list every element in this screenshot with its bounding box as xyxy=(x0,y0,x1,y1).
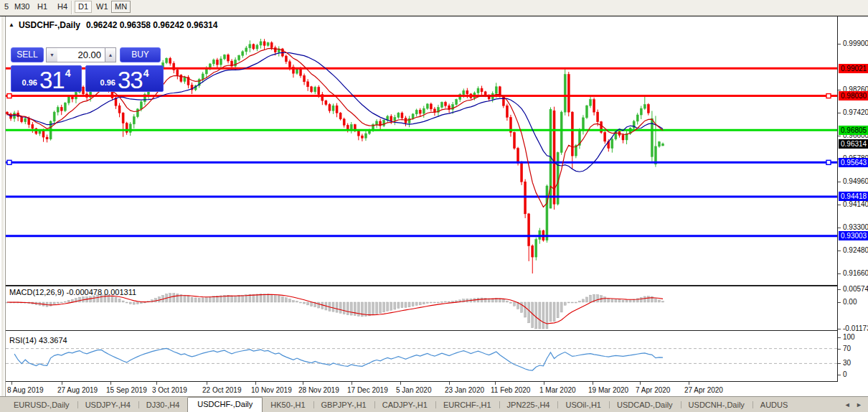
rsi-axis-30: 30 xyxy=(843,359,851,367)
line-price-label-0.98030: 0.98030 xyxy=(839,91,868,100)
candle xyxy=(311,86,313,93)
tab-usdcad-daily[interactable]: USDCAD-,Daily xyxy=(609,398,681,412)
chart-tab-bar: EURUSD-,DailyUSDJPY-,H4DJ30-,H4USDCHF-,D… xyxy=(0,396,868,412)
tab-hk50-h1[interactable]: HK50-,H1 xyxy=(263,398,313,412)
window-left-edge xyxy=(0,17,6,396)
axis-tick xyxy=(838,337,841,338)
tab-jpn225-h4[interactable]: JPN225-,H4 xyxy=(499,398,558,412)
date-label: 27 Apr 2020 xyxy=(684,386,723,394)
candle xyxy=(187,75,189,88)
volume-increase-button[interactable]: ▲ xyxy=(105,47,116,62)
tab-cadjpy-h1[interactable]: CADJPY-,H1 xyxy=(374,398,435,412)
line-price-label-0.96805: 0.96805 xyxy=(839,126,868,135)
candle xyxy=(242,50,244,58)
candle xyxy=(387,115,389,123)
tab-usdchf-daily[interactable]: USDCHF-,Daily xyxy=(187,397,263,412)
tab-dj30-h4[interactable]: DJ30-,H4 xyxy=(138,398,187,412)
timeframe-5[interactable]: 5 xyxy=(1,1,11,12)
price-axis[interactable]: 0.999000.982600.974200.966000.957800.949… xyxy=(837,17,868,382)
candle xyxy=(292,65,294,78)
price-tick-0.93300: 0.93300 xyxy=(843,223,868,231)
candle xyxy=(194,85,197,91)
timeframe-H4[interactable]: H4 xyxy=(55,1,70,12)
axis-tick xyxy=(838,113,841,113)
timeframe-W1[interactable]: W1 xyxy=(93,1,111,12)
candle xyxy=(441,101,443,108)
tab-gbpjpy-h1[interactable]: GBPJPY-,H1 xyxy=(313,398,374,412)
candle xyxy=(651,111,653,161)
date-tick xyxy=(255,382,256,385)
candle xyxy=(285,55,287,64)
candle xyxy=(24,117,27,124)
macd-axis--0.011738: -0.011738 xyxy=(843,324,868,332)
chart-title: ▲USDCHF-,Daily0.96242 0.96358 0.96242 0.… xyxy=(9,20,217,30)
timeframe-MN[interactable]: MN xyxy=(111,1,131,13)
hline-handle[interactable] xyxy=(826,160,831,164)
tab-scroll-right-button[interactable]: ► xyxy=(856,401,862,408)
hline-handle[interactable] xyxy=(826,94,831,98)
date-label: 3 Oct 2019 xyxy=(152,386,187,394)
date-label: 19 Mar 2020 xyxy=(588,386,628,394)
timeframe-toolbar: 5M30H1H4D1W1MN xyxy=(0,0,868,16)
sell-button[interactable]: SELL xyxy=(11,47,44,62)
candle xyxy=(267,42,269,47)
date-axis[interactable]: 8 Aug 201927 Aug 201915 Sep 20193 Oct 20… xyxy=(6,382,837,396)
rsi-axis-0: 0 xyxy=(843,370,847,378)
candle xyxy=(405,116,407,126)
rsi-panel[interactable] xyxy=(6,334,837,382)
line-price-label-0.99021: 0.99021 xyxy=(839,64,868,73)
timeframe-H1[interactable]: H1 xyxy=(34,1,50,12)
hline-handle[interactable] xyxy=(7,94,11,98)
price-tick-0.97420: 0.97420 xyxy=(843,108,868,116)
candle xyxy=(253,44,255,50)
buy-price-pip: 4 xyxy=(143,67,149,79)
tab-audus[interactable]: AUDUS xyxy=(753,398,796,412)
candle xyxy=(426,103,428,110)
collapse-panel-icon[interactable]: ▲ xyxy=(9,22,14,28)
hline-handle[interactable] xyxy=(7,160,11,164)
candle xyxy=(260,39,262,49)
buy-button[interactable]: BUY xyxy=(120,47,161,62)
candle xyxy=(564,68,566,116)
volume-input[interactable] xyxy=(57,47,105,62)
candle xyxy=(593,98,595,116)
axis-tick xyxy=(838,182,841,182)
tab-usoil-h1[interactable]: USOil-,H1 xyxy=(557,398,609,412)
price-tick-0.92480: 0.92480 xyxy=(843,246,868,254)
tab-usdjpy-h4[interactable]: USDJPY-,H4 xyxy=(77,398,138,412)
date-tick xyxy=(207,382,207,385)
sell-price-tile[interactable]: 0.96 31 4 xyxy=(11,65,82,92)
candle xyxy=(524,179,527,218)
buy-price-tile[interactable]: 0.96 33 4 xyxy=(85,65,164,92)
date-tick xyxy=(62,382,62,385)
candle xyxy=(325,100,327,106)
one-click-trading-panel: SELL ▼ ▲ BUY 0.96 31 4 0.96 33 4 xyxy=(11,47,164,92)
rsi-line xyxy=(14,348,663,370)
tab-eurusd-daily[interactable]: EURUSD-,Daily xyxy=(6,398,77,412)
sell-price-pip: 4 xyxy=(65,67,71,79)
candle xyxy=(263,39,265,50)
tab-scroll-left-button[interactable]: ◄ xyxy=(844,401,851,408)
candle xyxy=(220,56,222,69)
axis-tick xyxy=(838,136,841,136)
chart-ohlc-values: 0.96242 0.96358 0.96242 0.96314 xyxy=(86,20,218,30)
candle xyxy=(506,103,508,121)
tab-usdcnh-daily[interactable]: USDCNH-,Daily xyxy=(681,398,753,412)
timeframe-D1[interactable]: D1 xyxy=(75,1,92,13)
candle xyxy=(553,107,555,210)
candle xyxy=(14,111,16,122)
tab-eurchf-h1[interactable]: EURCHF-,H1 xyxy=(435,398,499,412)
volume-decrease-button[interactable]: ▼ xyxy=(46,47,57,62)
candle xyxy=(329,103,331,113)
candle xyxy=(136,108,138,118)
timeframe-M30[interactable]: M30 xyxy=(11,1,32,12)
candle xyxy=(227,54,230,64)
date-tick xyxy=(352,382,352,385)
date-tick xyxy=(689,382,689,385)
candle xyxy=(600,121,603,134)
candle xyxy=(249,40,251,52)
date-label: 27 Aug 2019 xyxy=(57,386,98,394)
macd-axis-0.00: 0.00 xyxy=(843,298,857,306)
spin-down-icon: ▼ xyxy=(49,52,55,57)
candle xyxy=(216,58,218,68)
